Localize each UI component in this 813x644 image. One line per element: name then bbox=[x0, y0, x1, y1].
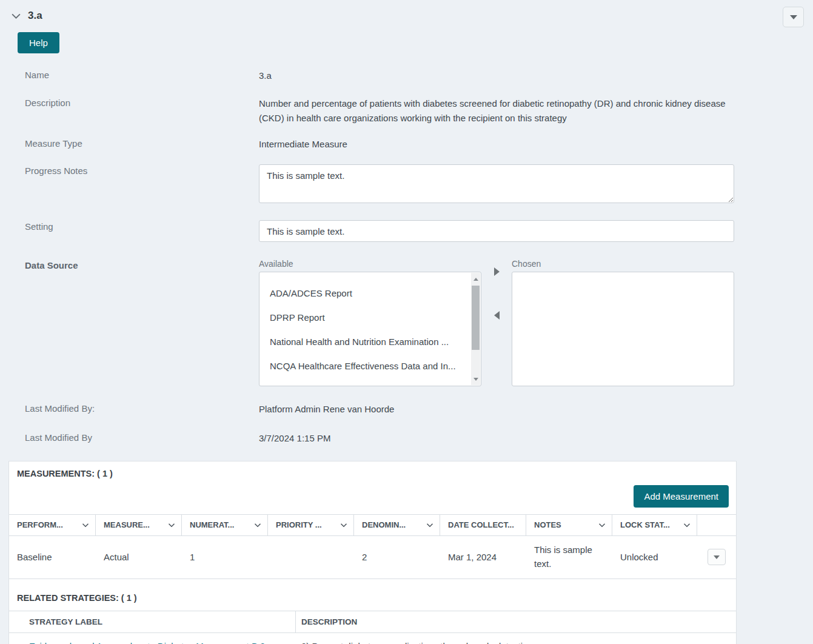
chevron-down-icon bbox=[82, 522, 89, 529]
chevron-down-icon bbox=[254, 522, 261, 529]
scrollbar-thumb[interactable] bbox=[472, 286, 480, 350]
measure-type-label: Measure Type bbox=[25, 137, 259, 149]
last-modified-date-label: Last Modified By bbox=[25, 431, 259, 443]
scroll-down-button[interactable] bbox=[471, 374, 480, 384]
column-header-denominator[interactable]: DENOMIN... bbox=[354, 515, 440, 535]
cell-date-collected: Mar 1, 2024 bbox=[440, 551, 526, 565]
cell-numerator: 1 bbox=[182, 551, 268, 565]
setting-label: Setting bbox=[25, 220, 259, 232]
setting-input[interactable] bbox=[259, 220, 734, 242]
help-button[interactable]: Help bbox=[18, 32, 59, 53]
caret-down-icon bbox=[790, 15, 797, 19]
available-label: Available bbox=[259, 259, 481, 269]
chosen-label: Chosen bbox=[512, 259, 734, 269]
column-header-measure[interactable]: MEASURE... bbox=[96, 515, 182, 535]
scrollbar[interactable] bbox=[471, 273, 480, 385]
strategy-link[interactable]: Evidence-based Approaches to Diabetes Ma… bbox=[29, 641, 265, 644]
chevron-down-icon bbox=[598, 522, 606, 529]
column-header-performance[interactable]: PERFORM... bbox=[9, 515, 96, 535]
last-modified-by-value: Platform Admin Rene van Hoorde bbox=[259, 402, 734, 416]
column-header-priority[interactable]: PRIORITY ... bbox=[268, 515, 354, 535]
last-modified-date-value: 3/7/2024 1:15 PM bbox=[259, 431, 734, 445]
column-header-numerator[interactable]: NUMERAT... bbox=[182, 515, 268, 535]
move-to-available-button[interactable] bbox=[494, 311, 500, 320]
column-header-strategy-label: STRATEGY LABEL bbox=[9, 611, 296, 632]
description-label: Description bbox=[25, 96, 259, 108]
progress-notes-label: Progress Notes bbox=[25, 164, 259, 176]
section-header: 3.a bbox=[0, 0, 813, 22]
scroll-up-icon bbox=[473, 278, 478, 281]
row-actions-menu-button[interactable] bbox=[708, 549, 726, 565]
list-item[interactable]: NCQA Healthcare Effectiveness Data and I… bbox=[259, 354, 481, 378]
strategy-description: 3) Prevent diabetes complications throug… bbox=[296, 641, 736, 644]
list-item[interactable]: DPRP Report bbox=[259, 306, 481, 330]
form-row-setting: Setting bbox=[0, 220, 813, 242]
form-row-data-source: Data Source Available ADA/ADCES Report D… bbox=[0, 259, 813, 386]
list-item[interactable]: ADA/ADCES Report bbox=[259, 281, 481, 306]
description-value: Number and percentage of patients with d… bbox=[259, 96, 734, 125]
form-row-last-modified-date: Last Modified By 3/7/2024 1:15 PM bbox=[0, 431, 813, 445]
measure-type-value: Intermediate Measure bbox=[259, 137, 734, 151]
scroll-down-icon bbox=[473, 378, 478, 381]
cell-measure: Actual bbox=[96, 551, 182, 565]
related-strategies-header: STRATEGY LABEL DESCRIPTION bbox=[9, 611, 736, 633]
measurements-table-header: PERFORM... MEASURE... NUMERAT... PRIORIT… bbox=[9, 514, 736, 536]
scroll-up-button[interactable] bbox=[471, 274, 480, 284]
chevron-down-icon bbox=[340, 522, 347, 529]
chevron-down-icon bbox=[683, 522, 691, 529]
add-measurement-button[interactable]: Add Measurement bbox=[634, 485, 729, 508]
column-header-date-collected[interactable]: DATE COLLECT... bbox=[440, 515, 526, 535]
move-to-chosen-button[interactable] bbox=[494, 267, 500, 276]
name-label: Name bbox=[25, 69, 259, 80]
measurements-title: MEASUREMENTS: ( 1 ) bbox=[9, 461, 736, 478]
related-strategies-title: RELATED STRATEGIES: ( 1 ) bbox=[9, 579, 736, 611]
data-source-label: Data Source bbox=[25, 259, 259, 270]
name-value: 3.a bbox=[259, 69, 734, 82]
cell-notes: This is sample text. bbox=[526, 543, 612, 571]
caret-down-icon bbox=[714, 555, 720, 559]
collapse-menu-button[interactable] bbox=[783, 7, 804, 27]
cell-lock-status: Unlocked bbox=[612, 551, 697, 565]
chosen-listbox[interactable] bbox=[512, 272, 734, 386]
chevron-down-icon[interactable] bbox=[11, 11, 21, 21]
available-listbox[interactable]: ADA/ADCES Report DPRP Report National He… bbox=[259, 272, 481, 386]
column-header-actions bbox=[697, 515, 736, 535]
cell-denominator: 2 bbox=[354, 551, 440, 565]
data-source-dual-list: Available ADA/ADCES Report DPRP Report N… bbox=[259, 259, 734, 386]
progress-notes-textarea[interactable]: This is sample text. bbox=[259, 164, 734, 203]
column-header-notes[interactable]: NOTES bbox=[526, 515, 612, 535]
list-item[interactable]: National Health and Nutrition Examinatio… bbox=[259, 330, 481, 354]
form-row-progress-notes: Progress Notes This is sample text. bbox=[0, 164, 813, 207]
cell-performance: Baseline bbox=[9, 551, 96, 565]
form-row-description: Description Number and percentage of pat… bbox=[0, 96, 813, 125]
related-strategy-row: Evidence-based Approaches to Diabetes Ma… bbox=[9, 633, 736, 644]
chevron-down-icon bbox=[168, 522, 175, 529]
form-row-name: Name 3.a bbox=[0, 69, 813, 82]
measurement-row: Baseline Actual 1 2 Mar 1, 2024 This is … bbox=[9, 536, 736, 579]
form-row-measure-type: Measure Type Intermediate Measure bbox=[0, 137, 813, 151]
chevron-down-icon bbox=[426, 522, 433, 529]
column-header-description: DESCRIPTION bbox=[296, 611, 736, 632]
measurements-panel: MEASUREMENTS: ( 1 ) Add Measurement PERF… bbox=[8, 461, 737, 644]
form-row-last-modified-by: Last Modified By: Platform Admin Rene va… bbox=[0, 402, 813, 416]
last-modified-by-label: Last Modified By: bbox=[25, 402, 259, 414]
column-header-lock-status[interactable]: LOCK STAT... bbox=[612, 515, 697, 535]
page-title: 3.a bbox=[28, 10, 42, 22]
